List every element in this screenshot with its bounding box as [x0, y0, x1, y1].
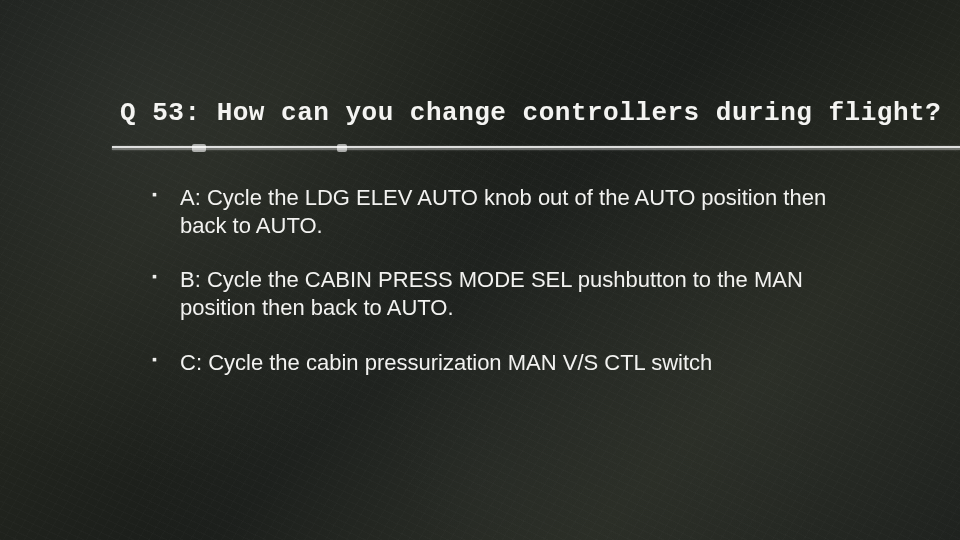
answer-text: Cycle the LDG ELEV AUTO knob out of the …: [180, 185, 826, 238]
answer-letter: C:: [180, 350, 202, 375]
list-item: B: Cycle the CABIN PRESS MODE SEL pushbu…: [152, 266, 828, 322]
list-item: A: Cycle the LDG ELEV AUTO knob out of t…: [152, 184, 828, 240]
answer-list: A: Cycle the LDG ELEV AUTO knob out of t…: [120, 184, 840, 377]
answer-text: Cycle the CABIN PRESS MODE SEL pushbutto…: [180, 267, 803, 320]
question-text: How can you change controllers during fl…: [217, 98, 942, 128]
answer-letter: A:: [180, 185, 201, 210]
question-heading: Q 53: How can you change controllers dur…: [120, 98, 840, 128]
slide: Q 53: How can you change controllers dur…: [0, 0, 960, 540]
answer-letter: B:: [180, 267, 201, 292]
list-item: C: Cycle the cabin pressurization MAN V/…: [152, 349, 828, 377]
question-number: Q 53:: [120, 98, 201, 128]
answer-text: Cycle the cabin pressurization MAN V/S C…: [208, 350, 712, 375]
divider: [112, 146, 960, 150]
